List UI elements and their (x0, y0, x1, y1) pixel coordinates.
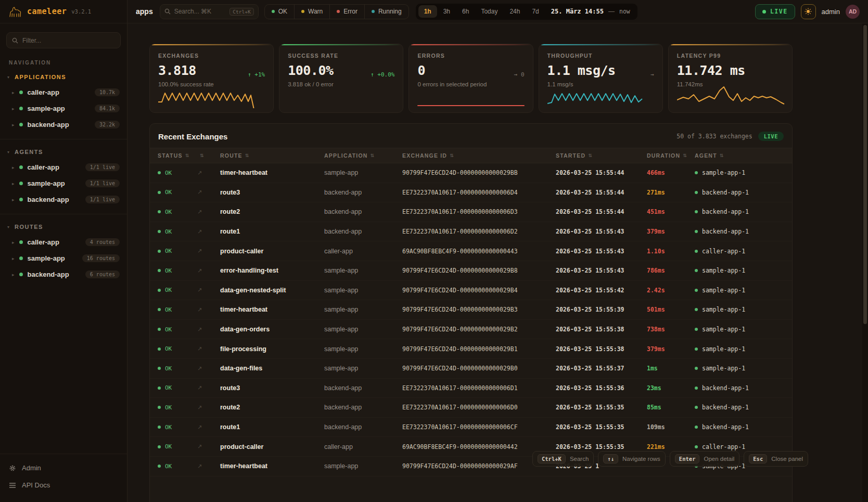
sidebar-item-agent[interactable]: ▸ backend-app 1/1 live (0, 191, 127, 208)
stat-card-errors: ERRORS 0 → 0 0 errors in selected period (409, 44, 533, 113)
sidebar-item-agent[interactable]: ▸ caller-app 1/1 live (0, 159, 127, 175)
open-exchange-icon[interactable]: ↗ (189, 287, 212, 293)
filter-input[interactable] (22, 37, 115, 44)
agent-cell: caller-app-1 (687, 248, 792, 255)
status-cell: OK (150, 228, 189, 235)
exchange-row[interactable]: OK ↗ timer-heartbeat sample-app 90799F47… (150, 163, 792, 183)
theme-toggle-button[interactable] (801, 4, 816, 19)
exchange-row[interactable]: OK ↗ error-handling-test sample-app 9079… (150, 261, 792, 281)
exchange-row[interactable]: OK ↗ route1 backend-app EE7322370A10617-… (150, 222, 792, 242)
started-cell: 2026-03-25 15:55:42 (548, 287, 639, 294)
agent-health-dot (695, 328, 698, 331)
open-exchange-icon[interactable]: ↗ (189, 189, 212, 196)
open-exchange-icon[interactable]: ↗ (189, 424, 212, 431)
exchange-row[interactable]: OK ↗ route2 backend-app EE7322370A10617-… (150, 202, 792, 222)
health-dot (19, 91, 23, 94)
open-exchange-icon[interactable]: ↗ (189, 209, 212, 215)
sidebar-item-route[interactable]: ▸ backend-app 6 routes (0, 266, 127, 282)
live-badge: 1/1 live (85, 179, 120, 187)
column-header[interactable]: STATUS ⇅ (150, 152, 189, 159)
status-dot (158, 406, 161, 409)
exchange-row[interactable]: OK ↗ route2 backend-app EE7322370A10617-… (150, 398, 792, 418)
status-filter-button[interactable]: Running (364, 5, 409, 19)
time-range-button[interactable]: Today (475, 5, 503, 18)
time-range-button[interactable]: 7d (526, 5, 544, 18)
exchange-row[interactable]: OK ↗ data-gen-files sample-app 90799F47E… (150, 359, 792, 379)
sidebar-filter[interactable] (6, 32, 121, 48)
open-exchange-icon[interactable]: ↗ (189, 326, 212, 333)
column-header[interactable]: STARTED ⇅ (548, 152, 639, 159)
search-input[interactable] (174, 8, 226, 15)
sort-icon: ⇅ (588, 153, 593, 158)
application-cell: sample-app (316, 345, 394, 353)
exchange-row[interactable]: OK ↗ data-gen-nested-split sample-app 90… (150, 281, 792, 301)
open-exchange-icon[interactable]: ↗ (189, 345, 212, 352)
exchange-row[interactable]: OK ↗ file-processing sample-app 90799F47… (150, 339, 792, 359)
sidebar-item-route[interactable]: ▸ caller-app 4 routes (0, 234, 127, 250)
open-exchange-icon[interactable]: ↗ (189, 267, 212, 274)
open-exchange-icon[interactable]: ↗ (189, 248, 212, 254)
sidebar-item-api-docs[interactable]: API Docs (0, 477, 127, 494)
status-filter-button[interactable]: Warn (294, 5, 329, 19)
sidebar-item-admin[interactable]: Admin (0, 459, 127, 477)
open-exchange-icon[interactable]: ↗ (189, 306, 212, 313)
app-name: cameleer (27, 7, 67, 16)
status-dot (337, 10, 340, 13)
live-toggle-button[interactable]: LIVE (755, 4, 795, 19)
time-range-button[interactable]: 3h (438, 5, 456, 18)
sidebar-item-agent[interactable]: ▸ sample-app 1/1 live (0, 175, 127, 191)
time-range-button[interactable]: 24h (504, 5, 526, 18)
global-search[interactable]: Ctrl+K (160, 4, 259, 19)
exchange-row[interactable]: OK ↗ product-caller caller-app 69AC90BF8… (150, 241, 792, 261)
shortcut-key: Enter (675, 454, 700, 464)
sidebar-item-application[interactable]: ▸ backend-app 32.2k (0, 117, 127, 133)
route-cell: data-gen-files (212, 365, 316, 372)
exchange-row[interactable]: OK ↗ data-gen-orders sample-app 90799F47… (150, 320, 792, 340)
open-exchange-icon[interactable]: ↗ (189, 365, 212, 372)
sidebar-item-application[interactable]: ▸ caller-app 10.7k (0, 84, 127, 100)
started-cell: 2026-03-25 15:55:43 (548, 228, 639, 235)
status-cell: OK (150, 306, 189, 313)
open-exchange-icon[interactable]: ↗ (189, 170, 212, 176)
exchange-row[interactable]: OK ↗ route3 backend-app EE7322370A10617-… (150, 379, 792, 398)
section-header-routes[interactable]: ▾ ROUTES (0, 221, 127, 234)
status-filter-button[interactable]: OK (265, 5, 294, 19)
exchange-count-summary: 50 of 3.833 exchanges (676, 133, 752, 140)
column-header[interactable]: AGENT ⇅ (687, 152, 792, 159)
section-header-applications[interactable]: ▾ APPLICATIONS (0, 71, 127, 84)
sidebar-item-application[interactable]: ▸ sample-app 84.1k (0, 100, 127, 117)
avatar[interactable]: AD (846, 5, 860, 19)
section-header-agents[interactable]: ▾ AGENTS (0, 146, 127, 159)
open-exchange-icon[interactable]: ↗ (189, 404, 212, 411)
time-range-button[interactable]: 6h (456, 5, 475, 18)
open-exchange-icon[interactable]: ↗ (189, 443, 212, 450)
scrollbar-thumb[interactable] (863, 25, 867, 324)
exchange-id-cell: 69AC90BF8EBC4F9-0000000000000442 (394, 443, 548, 450)
exchange-row[interactable]: OK ↗ route3 backend-app EE7322370A10617-… (150, 183, 792, 203)
application-cell: sample-app (316, 267, 394, 274)
chevron-right-icon: ▸ (12, 90, 15, 95)
shortcut-hint: Ctrl+K Search (532, 451, 594, 467)
column-header[interactable]: ROUTE ⇅ (212, 152, 316, 159)
sidebar-item-route[interactable]: ▸ sample-app 16 routes (0, 250, 127, 266)
open-exchange-icon[interactable]: ↗ (189, 228, 212, 235)
open-exchange-icon[interactable]: ↗ (189, 463, 212, 470)
column-header[interactable]: APPLICATION ⇅ (316, 152, 394, 159)
status-filter-button[interactable]: Error (329, 5, 364, 19)
route-cell: product-caller (212, 248, 316, 255)
duration-cell: 379ms (639, 228, 687, 235)
exchange-row[interactable]: OK ↗ timer-heartbeat sample-app 90799F47… (150, 300, 792, 320)
status-dot (158, 269, 161, 272)
status-cell: OK (150, 384, 189, 391)
chevron-right-icon: ▸ (12, 106, 15, 111)
route-cell: route1 (212, 423, 316, 431)
column-header[interactable]: ⇅ (189, 153, 212, 158)
agent-health-dot (695, 250, 698, 253)
column-header[interactable]: DURATION ⇅ (639, 152, 687, 159)
time-range-button[interactable]: 1h (418, 5, 437, 18)
exchange-row[interactable]: OK ↗ route1 backend-app EE7322370A10617-… (150, 418, 792, 437)
application-cell: caller-app (316, 248, 394, 255)
health-dot (19, 240, 23, 244)
column-header[interactable]: EXCHANGE ID ⇅ (394, 152, 548, 159)
open-exchange-icon[interactable]: ↗ (189, 384, 212, 391)
